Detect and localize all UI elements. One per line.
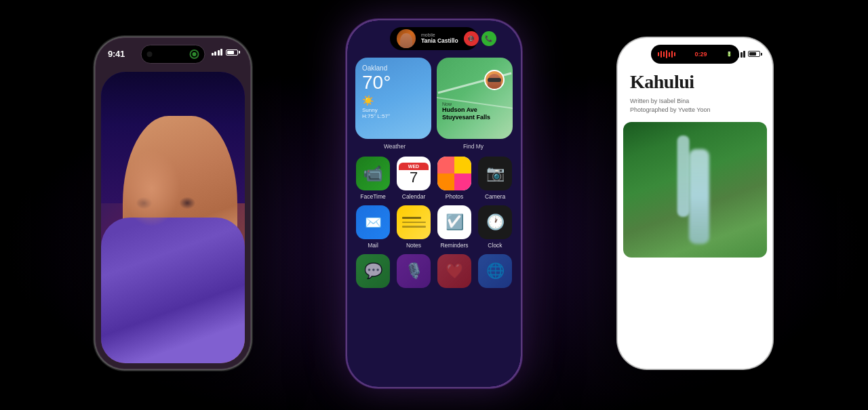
facetime-icon	[356, 157, 390, 190]
app-grid-row3: 💬 🎙️ ❤️ 🌐	[347, 254, 521, 288]
phone-left: 9:41	[95, 37, 251, 369]
right-screen: 41 Kahului Written by Isabel Bina	[618, 38, 772, 369]
timer-display: 0:29	[694, 51, 707, 58]
battery-right	[748, 51, 760, 57]
weather-temp: 70°	[362, 73, 425, 92]
camera-dot	[147, 52, 153, 57]
article-photographed-by: Photographed by Yvette Yoon	[630, 106, 760, 115]
map-street: Hudson AveStuyvesant Falls	[442, 106, 490, 121]
camera-label: Camera	[485, 193, 505, 200]
end-call-button[interactable]: 📵	[464, 31, 479, 46]
widget-labels: Weather Find My	[347, 143, 521, 150]
call-name: Tania Castillo	[421, 37, 458, 44]
app-grid-row1: FaceTime WED 7 Calendar	[347, 157, 521, 200]
app-reminders[interactable]: Reminders	[437, 205, 472, 249]
phones-container: 9:41	[0, 0, 868, 410]
wallpaper-left	[101, 72, 245, 363]
photos-label: Photos	[446, 193, 463, 200]
app-unknown1[interactable]: ❤️	[437, 254, 472, 288]
app-podcasts[interactable]: 🎙️	[396, 254, 431, 288]
widgets-row: Oakland 70° ☀️ SunnyH:75° L:57° Now Hu	[347, 58, 521, 139]
accept-call-button[interactable]: 📞	[481, 31, 496, 46]
photos-icon	[437, 157, 471, 190]
phone-right: 0:29 🔋 41	[617, 37, 773, 369]
mail-icon	[356, 205, 390, 239]
weather-city: Oakland	[362, 64, 425, 72]
time-left: 9:41	[108, 49, 125, 59]
mail-label: Mail	[368, 242, 378, 249]
weather-widget[interactable]: Oakland 70° ☀️ SunnyH:75° L:57°	[355, 58, 431, 139]
app-facetime[interactable]: FaceTime	[355, 157, 391, 200]
article-written-by: Written by Isabel Bina	[630, 97, 760, 106]
clock-icon	[478, 205, 512, 239]
map-avatar	[484, 70, 505, 90]
ring-inner	[193, 52, 197, 56]
app-grid-row2: Mail Notes Reminders	[347, 205, 521, 249]
battery-indicator-right: 🔋	[726, 52, 732, 57]
podcasts-icon: 🎙️	[397, 254, 431, 288]
app-clock[interactable]: Clock	[477, 205, 513, 249]
reminders-icon	[437, 205, 471, 239]
phone-center: mobile Tania Castillo 📵 📞 Oakland 70° ☀️…	[346, 19, 522, 388]
dynamic-island-center: mobile Tania Castillo 📵 📞	[390, 27, 478, 50]
article-title: Kahului	[630, 72, 760, 93]
dynamic-island-left	[141, 45, 205, 64]
findmy-label: Find My	[434, 143, 513, 150]
call-type: mobile	[421, 33, 458, 37]
facetime-label: FaceTime	[360, 193, 385, 200]
notes-label: Notes	[406, 242, 421, 249]
app-calendar[interactable]: WED 7 Calendar	[396, 157, 431, 200]
waveform-icon	[658, 50, 675, 58]
battery-left	[226, 49, 238, 56]
notes-icon	[397, 205, 431, 239]
app-camera[interactable]: Camera	[477, 157, 513, 200]
call-avatar	[397, 29, 416, 48]
map-widget[interactable]: Now Hudson AveStuyvesant Falls	[437, 58, 513, 139]
map-now-label: Now	[442, 102, 490, 106]
app-mail[interactable]: Mail	[355, 205, 391, 249]
app-photos[interactable]: Photos	[437, 157, 472, 200]
messages-icon: 💬	[356, 254, 390, 288]
camera-icon	[478, 157, 512, 190]
article-image	[623, 122, 767, 258]
calendar-label: Calendar	[402, 193, 426, 200]
unknown1-icon: ❤️	[437, 254, 471, 288]
app-messages[interactable]: 💬	[355, 254, 391, 288]
weather-sun-icon: ☀️	[362, 95, 425, 106]
app-unknown2[interactable]: 🌐	[477, 254, 513, 288]
center-screen: Oakland 70° ☀️ SunnyH:75° L:57° Now Hu	[347, 20, 521, 387]
portrait-face-overlay	[101, 72, 245, 363]
signal-bars-left	[212, 49, 223, 56]
reminders-label: Reminders	[440, 242, 468, 249]
ring-indicator	[190, 49, 199, 59]
status-icons-left	[212, 49, 239, 56]
call-info: mobile Tania Castillo	[421, 33, 458, 44]
dynamic-island-right: 0:29 🔋	[651, 45, 739, 64]
waterfall-2	[677, 136, 689, 217]
calendar-icon: WED 7	[397, 157, 431, 190]
waterfall-1	[689, 149, 709, 244]
unknown2-icon: 🌐	[478, 254, 512, 288]
clock-label: Clock	[488, 242, 502, 249]
app-notes[interactable]: Notes	[396, 205, 431, 249]
map-info: Now Hudson AveStuyvesant Falls	[442, 102, 490, 121]
call-buttons: 📵 📞	[464, 31, 496, 46]
weather-label: Weather	[355, 143, 434, 150]
calendar-day-num: 7	[410, 170, 418, 185]
weather-desc: SunnyH:75° L:57°	[362, 107, 425, 119]
portrait-art	[101, 72, 245, 363]
